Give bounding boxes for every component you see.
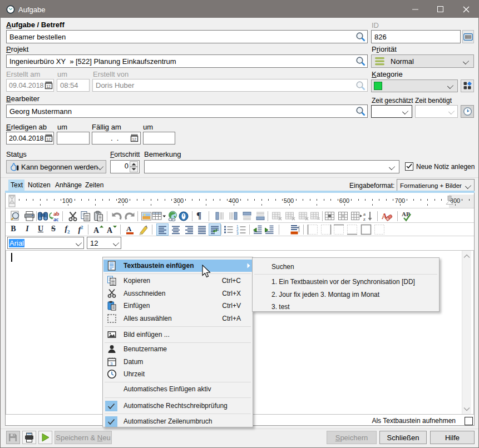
svg-text:a: a (363, 211, 366, 217)
svg-text:3: 3 (236, 231, 239, 235)
svg-text:12: 12 (132, 137, 136, 141)
svg-text:12: 12 (46, 137, 51, 141)
svg-text:A: A (93, 226, 100, 235)
svg-text:12: 12 (46, 84, 51, 88)
svg-text:A: A (107, 226, 113, 235)
svg-text:z: z (363, 216, 366, 222)
svg-text:3: 3 (110, 361, 113, 366)
svg-text:A: A (126, 225, 132, 233)
svg-text:ac: ac (53, 216, 59, 222)
